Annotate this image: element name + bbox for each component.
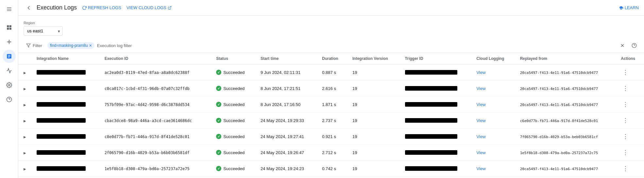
filter-chip[interactable]: find=masking-pram8u ×	[47, 42, 94, 49]
integration-version: 19	[352, 166, 357, 171]
status-cell: Succeeded	[216, 70, 250, 75]
sidebar-icon-monitor[interactable]	[3, 64, 16, 77]
svg-marker-16	[26, 44, 30, 47]
main-content: Execution Logs REFRESH LOGS VIEW CLOUD L…	[18, 0, 644, 178]
svg-rect-5	[7, 28, 9, 30]
trigger-id-redacted	[405, 134, 457, 139]
cloud-logging-view-link[interactable]: View	[477, 102, 486, 107]
row-actions-button[interactable]: ⋮	[621, 164, 630, 173]
replayed-from: 20ca5497-f413-4e11-91a6-47510dcb9477	[520, 167, 598, 171]
filter-chip-label: find=masking-pram8u	[50, 43, 88, 48]
filter-button[interactable]: Filter	[24, 42, 45, 49]
filter-bar: Filter find=masking-pram8u × Execution l…	[18, 38, 644, 53]
row-expand-button[interactable]: ▶	[24, 151, 26, 155]
status-cell: Succeeded	[216, 150, 250, 155]
table-row: ▶cbac3dce8-98a9-446a-a3cd-cae3614686dcSu…	[18, 113, 644, 129]
region-select-wrapper: us east1 us-central1 us-west1 europe-wes…	[24, 26, 63, 36]
row-expand-button[interactable]: ▶	[24, 103, 26, 107]
sidebar-icon-active[interactable]	[3, 50, 16, 63]
sidebar-icon-settings[interactable]	[3, 79, 16, 92]
region-select[interactable]: us east1 us-central1 us-west1 europe-wes…	[24, 26, 63, 36]
status-icon	[216, 70, 221, 75]
execution-id: 757bf09e-97ac-4d42-9598-d6c3878dd534	[105, 102, 190, 107]
status-text: Succeeded	[223, 118, 245, 123]
table-row: ▶c0ca017c-1cbd-4f31-96db-07a07c32ffdbSuc…	[18, 80, 644, 97]
col-execution-id: Execution ID	[99, 53, 211, 64]
execution-id: cbac3dce8-98a9-446a-a3cd-cae3614686dc	[105, 118, 192, 123]
back-button[interactable]	[24, 3, 34, 13]
row-expand-button[interactable]: ▶	[24, 87, 26, 91]
status-cell: Succeeded	[216, 118, 250, 123]
page-title: Execution Logs	[37, 4, 77, 11]
filter-clear-button[interactable]	[618, 41, 627, 50]
filter-label: Filter	[33, 43, 42, 48]
sidebar-icon-integrations[interactable]	[3, 21, 16, 34]
integration-version: 19	[352, 134, 357, 139]
start-time: 24 May 2024, 19:24:23	[261, 166, 304, 171]
start-time: 8 Jun 2024, 17:16:50	[261, 102, 300, 107]
menu-icon[interactable]	[3, 3, 16, 16]
status-cell: Succeeded	[216, 86, 250, 91]
status-text: Succeeded	[223, 150, 245, 155]
row-actions-button[interactable]: ⋮	[621, 100, 630, 109]
table-row: ▶1e5f8b18-d308-479a-bd0a-257237a72e75Suc…	[18, 161, 644, 177]
status-icon	[216, 86, 221, 91]
svg-rect-6	[9, 28, 11, 30]
filter-help-button[interactable]	[630, 41, 639, 50]
cloud-logging-view-link[interactable]: View	[477, 70, 486, 75]
cloud-logging-view-link[interactable]: View	[477, 166, 486, 171]
status-cell: Succeeded	[216, 134, 250, 139]
duration: 2.712 s	[322, 150, 336, 155]
start-time: 24 May 2024, 19:27:41	[261, 134, 304, 139]
duration: 2.737 s	[322, 118, 336, 123]
row-actions-button[interactable]: ⋮	[621, 116, 630, 125]
table-row: ▶ac2ea0d3-0119-47ed-8faa-a8a8dc62388fSuc…	[18, 64, 644, 80]
row-actions-button[interactable]: ⋮	[621, 84, 630, 93]
replayed-from: 20ca5497-f413-4e11-91a6-47510dcb9477	[520, 87, 598, 91]
sidebar-icon-connectors[interactable]	[3, 35, 16, 48]
cloud-logging-view-link[interactable]: View	[477, 118, 486, 123]
col-actions: Actions	[616, 53, 644, 64]
row-actions-button[interactable]: ⋮	[621, 132, 630, 141]
learn-button[interactable]: LEARN	[619, 5, 639, 10]
svg-point-12	[8, 84, 10, 86]
integration-version: 19	[352, 86, 357, 91]
row-actions-button[interactable]: ⋮	[621, 148, 630, 157]
duration: 0.742 s	[322, 166, 336, 171]
duration: 0.887 s	[322, 70, 336, 75]
row-expand-button[interactable]: ▶	[24, 167, 26, 171]
svg-rect-4	[9, 25, 11, 27]
row-expand-button[interactable]: ▶	[24, 119, 26, 123]
status-cell: Succeeded	[216, 102, 250, 107]
status-text: Succeeded	[223, 86, 245, 91]
row-expand-button[interactable]: ▶	[24, 71, 26, 75]
integration-name-redacted	[37, 86, 86, 91]
status-icon	[216, 102, 221, 107]
execution-id: c0ca017c-1cbd-4f31-96db-07a07c32ffdb	[105, 86, 190, 91]
cloud-logging-view-link[interactable]: View	[477, 134, 486, 139]
col-trigger-id: Trigger ID	[400, 53, 471, 64]
integration-version: 19	[352, 102, 357, 107]
table-row: ▶757bf09e-97ac-4d42-9598-d6c3878dd534Suc…	[18, 97, 644, 113]
cloud-logging-view-link[interactable]: View	[477, 150, 486, 155]
cloud-logging-view-link[interactable]: View	[477, 86, 486, 91]
status-icon	[216, 118, 221, 123]
view-cloud-logs-button[interactable]: VIEW CLOUD LOGS	[127, 5, 172, 10]
sidebar-icon-help[interactable]	[3, 93, 16, 106]
row-actions-button[interactable]: ⋮	[621, 68, 630, 77]
region-section: Region us east1 us-central1 us-west1 eur…	[18, 16, 644, 38]
duration: 1.871 s	[322, 102, 336, 107]
filter-chip-close[interactable]: ×	[89, 43, 92, 48]
replayed-from: 20ca5497-f413-4e11-91a6-47510dcb9477	[520, 71, 598, 75]
col-integration-name: Integration Name	[31, 53, 99, 64]
integration-version: 19	[352, 70, 357, 75]
replayed-from: c6e0d77b-fb71-446a-917d-8f41de528c01	[520, 119, 598, 123]
col-status: Status	[211, 53, 255, 64]
col-cloud-logging: Cloud Logging	[471, 53, 515, 64]
col-expand	[18, 53, 31, 64]
status-text: Succeeded	[223, 134, 245, 139]
table-header-row: Integration Name Execution ID Status Sta…	[18, 53, 644, 64]
row-expand-button[interactable]: ▶	[24, 135, 26, 139]
refresh-logs-button[interactable]: REFRESH LOGS	[82, 5, 121, 10]
duration: 0.921 s	[322, 134, 336, 139]
